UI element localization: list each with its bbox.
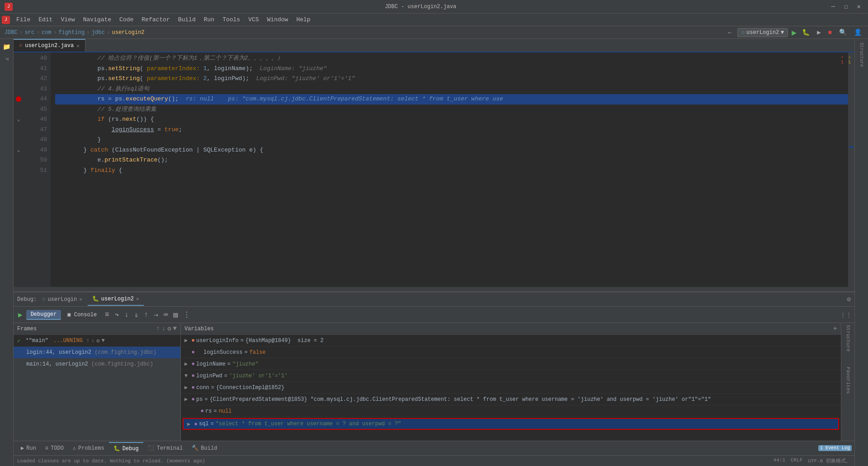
build-tab-label: Build: [201, 445, 217, 452]
expand-sql-icon[interactable]: ▶: [187, 421, 194, 428]
evaluate-button[interactable]: ⌨: [162, 309, 170, 320]
stop-button[interactable]: ■: [826, 28, 834, 37]
tab-userlogin2[interactable]: ○ userLogin2.java ✕: [14, 39, 85, 52]
menu-code[interactable]: Code: [116, 15, 137, 24]
run-config-dropdown[interactable]: ○ userLogin2 ▼: [737, 28, 788, 37]
breakpoint-44[interactable]: [16, 96, 21, 102]
expand-conn-icon[interactable]: ▶: [184, 384, 192, 391]
var-sql[interactable]: ▶ ■ sql = "select * from t_user where us…: [183, 418, 839, 430]
charset[interactable]: UTF-8 切换格式。: [808, 457, 851, 464]
bottom-tab-todo[interactable]: ≡ TODO: [41, 442, 68, 455]
code-editor[interactable]: ⌄ ⌄ 40 41 42 43 44 45: [14, 52, 854, 291]
var-rs[interactable]: ▶ ■ rs = null: [181, 405, 841, 417]
crumb-com[interactable]: com: [42, 29, 52, 36]
menu-window[interactable]: Window: [264, 15, 292, 24]
bottom-tab-debug[interactable]: 🐛 Debug: [109, 442, 143, 455]
event-log-badge[interactable]: 1 Event Log: [818, 445, 852, 451]
menu-refactor[interactable]: Refactor: [138, 15, 173, 24]
debug-tab-userlogin2[interactable]: 🐛 userLogin2 ✕: [88, 293, 144, 306]
line-ending[interactable]: CRLF: [791, 457, 802, 464]
close-button[interactable]: ✕: [854, 3, 863, 10]
menu-view[interactable]: View: [57, 15, 78, 24]
expand-loginname-icon[interactable]: ▶: [184, 361, 192, 367]
coverage-button[interactable]: ▶: [815, 28, 822, 37]
crumb-jdbc[interactable]: JDBC: [5, 29, 18, 36]
resume-button[interactable]: ▶: [16, 309, 24, 320]
editor-scrollbar[interactable]: [14, 287, 854, 291]
menu-build[interactable]: Build: [175, 15, 199, 24]
menu-file[interactable]: File: [13, 15, 34, 24]
debug-settings-icon[interactable]: ⚙: [847, 295, 851, 303]
debug-session-close-1[interactable]: ✕: [79, 296, 82, 302]
profile-button[interactable]: 👤: [852, 28, 863, 37]
bottom-tab-run[interactable]: ▶ Run: [16, 442, 41, 455]
thread-main[interactable]: ✓ *"main" ...UNNING ↑ ↓ ⚙ ▼: [14, 335, 180, 347]
crumb-fighting[interactable]: fighting: [58, 29, 85, 36]
step-into-button[interactable]: ↓: [123, 310, 131, 320]
line-num-43: 43: [27, 84, 47, 95]
menu-help[interactable]: Help: [292, 15, 314, 24]
menu-tools[interactable]: Tools: [219, 15, 244, 24]
var-icon-loginname: ■: [192, 361, 194, 366]
debug-run-button[interactable]: 🐛: [800, 28, 811, 37]
show-execution-point-button[interactable]: ≡: [103, 310, 111, 320]
gutter-50: [14, 155, 23, 166]
console-tab-btn[interactable]: ▣ Console: [63, 310, 101, 319]
debug-session-close-2[interactable]: ✕: [136, 296, 139, 302]
var-conn[interactable]: ▶ ■ conn = {ConnectionImpl@1852}: [181, 382, 841, 394]
var-val-loginname: "jiuzhe": [232, 361, 259, 367]
frame-login-44[interactable]: login:44, userLogin2 (com.fighting.jdbc): [14, 347, 180, 358]
frames-down-button[interactable]: ↓: [162, 325, 165, 333]
bottom-right-badges: 1 Event Log: [818, 445, 852, 451]
code-line-49: } catch (ClassNotFoundException | SQLExc…: [55, 145, 848, 156]
code-line-51: } finally {: [55, 166, 848, 176]
force-step-into-button[interactable]: ⇓: [132, 309, 141, 320]
debug-sidebar-icon-2[interactable]: Favorites: [845, 367, 851, 394]
var-loginname[interactable]: ▶ ■ loginName = "jiuzhe": [181, 358, 841, 370]
frames-more-button[interactable]: ▼: [173, 325, 177, 333]
search-button[interactable]: 🔍: [837, 28, 849, 37]
project-icon[interactable]: 📁: [1, 41, 13, 52]
menu-navigate[interactable]: Navigate: [80, 15, 115, 24]
add-variable-button[interactable]: +: [833, 325, 837, 333]
run-to-cursor-button[interactable]: ⇢: [152, 309, 160, 320]
debug-toolbar-more[interactable]: ⋮⋮: [840, 311, 852, 319]
step-out-button[interactable]: ↑: [142, 310, 151, 320]
minimize-button[interactable]: —: [829, 3, 838, 10]
gutter-48: [14, 135, 23, 145]
var-ps[interactable]: ▶ ■ ps = {ClientPreparedStatement@1853} …: [181, 394, 841, 405]
maximize-button[interactable]: ☐: [841, 3, 850, 10]
code-lines[interactable]: // 给占位符？传值(第一个？下标为1，第二个？下表为2。。。。。） ps.se…: [51, 52, 848, 287]
gutter-44: [14, 94, 23, 105]
var-val-conn: {ConnectionImpl@1852}: [216, 385, 284, 391]
crumb-src[interactable]: src: [25, 29, 35, 36]
menu-edit[interactable]: Edit: [35, 15, 56, 24]
menu-run[interactable]: Run: [200, 15, 218, 24]
debug-sidebar-icon-1[interactable]: Structure: [845, 325, 851, 352]
debug-tab-userlogin[interactable]: ○ userLogin ✕: [38, 293, 87, 306]
var-userlogininfo[interactable]: ▶ ■ userLoginInfo = {HashMap@1849} size …: [181, 335, 841, 347]
bottom-tab-problems[interactable]: ⚠ Problems: [68, 442, 109, 455]
var-loginsuccess[interactable]: ▶ ■ loginSuccess = false: [181, 347, 841, 358]
step-over-button[interactable]: ↷: [113, 309, 121, 320]
crumb-userlogin2[interactable]: userLogin2: [112, 29, 145, 36]
back-button[interactable]: ←: [726, 28, 733, 37]
frames-up-button[interactable]: ↑: [156, 325, 160, 333]
frames-toggle-button[interactable]: ▤: [171, 309, 179, 320]
threads-button[interactable]: ⋮: [181, 309, 192, 320]
frames-filter-button[interactable]: ⚙: [167, 325, 171, 333]
expand-loginpwd-icon[interactable]: ▼: [184, 373, 192, 379]
expand-userlogininfo-icon[interactable]: ▶: [184, 337, 192, 344]
crumb-jdbc2[interactable]: jdbc: [92, 29, 105, 36]
run-button[interactable]: ▶: [792, 28, 797, 38]
var-loginpwd[interactable]: ▼ ■ loginPwd = 'jiuzhe' or'1'='1': [181, 370, 841, 382]
expand-ps-icon[interactable]: ▶: [184, 396, 192, 403]
frame-main-14[interactable]: main:14, userLogin2 (com.fighting.jdbc): [14, 358, 180, 370]
menu-vcs[interactable]: VCS: [245, 15, 262, 24]
right-sidebar-icon-1[interactable]: Structure: [857, 41, 866, 69]
bottom-tab-build[interactable]: 🔨 Build: [187, 442, 222, 455]
structure-icon[interactable]: P: [1, 53, 13, 65]
tab-close-icon[interactable]: ✕: [76, 43, 80, 49]
bottom-tab-terminal[interactable]: ⬛ Terminal: [143, 442, 188, 455]
debugger-tab-btn[interactable]: Debugger: [26, 310, 61, 320]
